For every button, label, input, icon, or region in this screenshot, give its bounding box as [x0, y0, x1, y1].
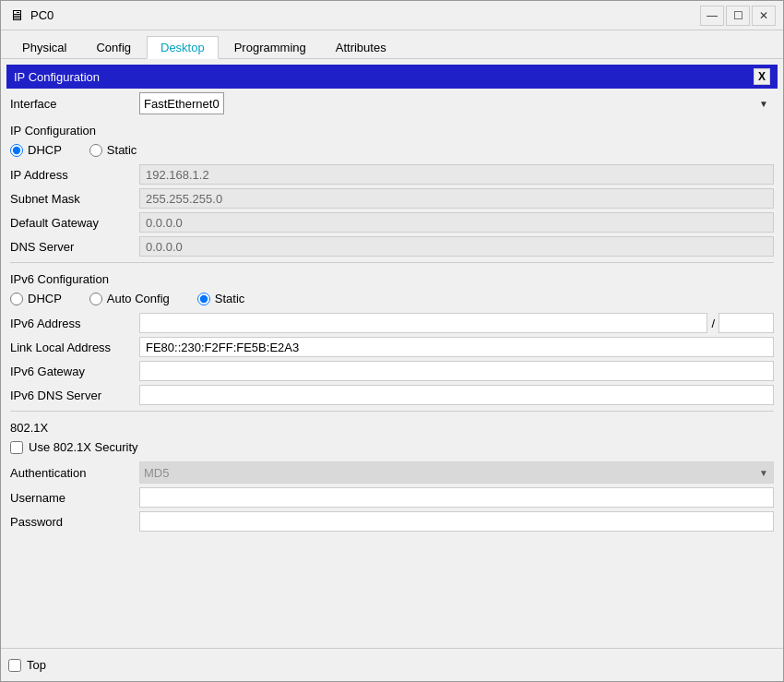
ip-config-title: IP Configuration [14, 70, 100, 84]
top-checkbox[interactable] [8, 659, 21, 672]
ipv4-section-label: IP Configuration [6, 120, 778, 139]
ipv6-mode-row: DHCP Auto Config Static [6, 288, 778, 309]
minimize-button[interactable]: — [700, 6, 724, 26]
ipv6-prefix-input[interactable] [719, 313, 774, 333]
divider-1 [10, 262, 774, 263]
app-icon: 🖥 [8, 7, 25, 24]
link-local-label: Link Local Address [10, 341, 139, 354]
divider-2 [10, 411, 774, 412]
default-gateway-input[interactable] [139, 212, 774, 233]
close-button[interactable]: ✕ [752, 6, 776, 26]
ipv6-slash: / [707, 317, 719, 330]
tab-physical[interactable]: Physical [8, 36, 80, 58]
ipv6-address-row: IPv6 Address / [6, 313, 778, 333]
ipv6-dns-label: IPv6 DNS Server [10, 389, 139, 402]
tab-programming[interactable]: Programming [220, 36, 320, 58]
password-label: Password [10, 515, 139, 529]
bottom-bar: Top [1, 648, 783, 681]
subnet-mask-label: Subnet Mask [10, 192, 139, 206]
auth-row: Authentication MD5 [6, 461, 778, 484]
ipv6-auto-radio-label[interactable]: Auto Config [89, 292, 170, 305]
ip-address-row: IP Address [6, 164, 778, 185]
tab-config[interactable]: Config [82, 36, 145, 58]
auth-select: MD5 [139, 461, 774, 484]
ipv6-address-input[interactable] [139, 313, 707, 333]
ip-address-input[interactable] [139, 164, 774, 185]
password-input[interactable] [139, 511, 774, 532]
tab-desktop[interactable]: Desktop [147, 36, 219, 59]
interface-select-wrapper[interactable]: FastEthernet0 [139, 92, 774, 114]
password-row: Password [6, 511, 778, 532]
ipv6-section-label: IPv6 Configuration [6, 269, 778, 288]
ipv6-dns-input[interactable] [139, 385, 774, 405]
tab-attributes[interactable]: Attributes [322, 36, 400, 58]
ipv6-static-radio-label[interactable]: Static [197, 292, 245, 305]
username-input[interactable] [139, 487, 774, 508]
link-local-input[interactable] [139, 337, 774, 357]
link-local-row: Link Local Address [6, 337, 778, 357]
dns-server-input[interactable] [139, 236, 774, 257]
ipv6-auto-radio[interactable] [89, 293, 102, 305]
dhcp-radio[interactable] [10, 144, 23, 157]
dot1x-section-label: 802.1X [6, 417, 778, 437]
ipv6-address-label: IPv6 Address [10, 317, 139, 330]
ipv6-static-label: Static [215, 292, 245, 305]
dns-server-row: DNS Server [6, 236, 778, 257]
subnet-mask-row: Subnet Mask [6, 188, 778, 209]
static-label: Static [107, 143, 137, 157]
window-controls: — ☐ ✕ [700, 6, 776, 26]
ipv6-dhcp-radio[interactable] [10, 293, 23, 305]
title-bar: 🖥 PC0 — ☐ ✕ [1, 1, 783, 30]
dhcp-label: DHCP [28, 143, 62, 157]
ipv6-dhcp-label: DHCP [28, 292, 62, 305]
username-row: Username [6, 487, 778, 508]
use-dot1x-checkbox[interactable] [10, 441, 23, 454]
use-dot1x-row: Use 802.1X Security [6, 437, 778, 458]
default-gateway-label: Default Gateway [10, 216, 139, 230]
use-dot1x-label: Use 802.1X Security [29, 440, 138, 454]
ipv6-dhcp-radio-label[interactable]: DHCP [10, 292, 62, 305]
interface-select[interactable]: FastEthernet0 [139, 92, 224, 114]
ipv6-static-radio[interactable] [197, 293, 210, 305]
ipv6-gateway-row: IPv6 Gateway [6, 361, 778, 381]
ipv6-gateway-label: IPv6 Gateway [10, 365, 139, 378]
interface-label: Interface [10, 97, 139, 111]
window-title: PC0 [30, 8, 700, 22]
ipv4-mode-row: DHCP Static [6, 139, 778, 161]
ipv6-dns-row: IPv6 DNS Server [6, 385, 778, 405]
auth-select-wrapper[interactable]: MD5 [139, 461, 774, 484]
auth-label: Authentication [10, 466, 139, 480]
username-label: Username [10, 491, 139, 505]
static-radio-label[interactable]: Static [89, 143, 137, 157]
ip-config-close[interactable]: X [754, 68, 770, 85]
maximize-button[interactable]: ☐ [726, 6, 750, 26]
ipv6-gateway-input[interactable] [139, 361, 774, 381]
main-window: 🖥 PC0 — ☐ ✕ Physical Config Desktop Prog… [0, 0, 784, 682]
ip-address-label: IP Address [10, 168, 139, 182]
default-gateway-row: Default Gateway [6, 212, 778, 233]
dhcp-radio-label[interactable]: DHCP [10, 143, 62, 157]
tab-bar: Physical Config Desktop Programming Attr… [1, 30, 783, 59]
static-radio[interactable] [89, 144, 102, 157]
interface-row: Interface FastEthernet0 [6, 92, 778, 114]
ip-config-header: IP Configuration X [6, 65, 778, 89]
dns-server-label: DNS Server [10, 240, 139, 254]
top-label: Top [27, 658, 46, 672]
subnet-mask-input[interactable] [139, 188, 774, 209]
ipv6-auto-label: Auto Config [107, 292, 170, 305]
main-content: IP Configuration X Interface FastEtherne… [1, 59, 783, 648]
